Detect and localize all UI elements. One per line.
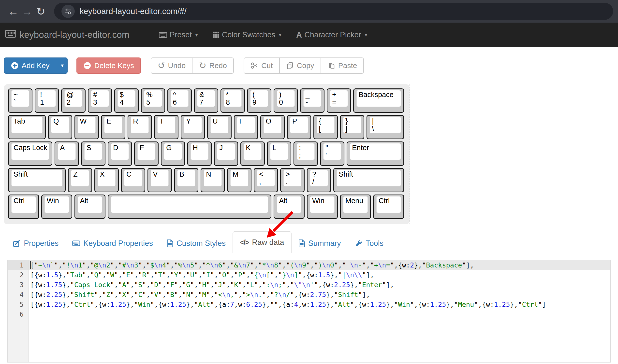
key-o[interactable]: O [260, 115, 285, 139]
key-a[interactable]: A [55, 141, 79, 166]
tab-custom-styles[interactable]: Custom Styles [160, 239, 233, 248]
key-#[interactable]: #3 [88, 88, 112, 113]
key-![interactable]: !1 [35, 88, 59, 113]
caret-down-icon: ▾ [365, 32, 367, 38]
key-w[interactable]: W [74, 115, 99, 139]
key-*[interactable]: *8 [221, 88, 245, 113]
copy-button[interactable]: Copy [279, 57, 321, 74]
key-top-legend: : [299, 144, 301, 152]
key-k[interactable]: K [240, 141, 265, 166]
browser-back-button[interactable]: ← [6, 5, 20, 17]
tab-label: Tools [366, 239, 383, 248]
keycap-surface: I [237, 117, 255, 133]
undo-button[interactable]: ↺ Undo [151, 57, 192, 74]
key-n[interactable]: N [201, 168, 225, 192]
key-space[interactable] [108, 195, 271, 219]
key-backspace[interactable]: Backspace [353, 88, 404, 113]
key-$[interactable]: $4 [114, 88, 139, 113]
key-d[interactable]: D [108, 141, 132, 166]
key-ctrl[interactable]: Ctrl [373, 195, 404, 219]
key-+[interactable]: += [327, 88, 351, 113]
key-shift[interactable]: Shift [8, 168, 66, 192]
key-m[interactable]: M [227, 168, 251, 192]
key-e[interactable]: E [101, 115, 125, 139]
key-tab[interactable]: Tab [8, 115, 46, 139]
key-q[interactable]: Q [48, 115, 72, 139]
key-y[interactable]: Y [181, 115, 205, 139]
raw-data-editor[interactable]: 1["~\n`","!\n1","@\n2","#\n3","$\n4","%\… [7, 260, 611, 363]
key-_[interactable]: _- [300, 88, 324, 113]
key-@[interactable]: @2 [61, 88, 86, 113]
key-?[interactable]: ?/ [307, 168, 331, 192]
tab-raw-data[interactable]: </>Raw data [233, 231, 292, 253]
key-%[interactable]: %5 [141, 88, 165, 113]
key-shift[interactable]: Shift [333, 168, 404, 192]
key-enter[interactable]: Enter [347, 141, 404, 166]
key-:[interactable]: :; [294, 141, 318, 166]
key-&[interactable]: &7 [194, 88, 218, 113]
navbar-menu-color-swatches[interactable]: Color Swatches▾ [205, 23, 289, 47]
key-p[interactable]: P [287, 115, 311, 139]
address-bar[interactable]: keyboard-layout-editor.com/#/ [54, 3, 613, 20]
key-win[interactable]: Win [41, 195, 72, 219]
key->[interactable]: >. [280, 168, 305, 192]
key-<[interactable]: <, [254, 168, 278, 192]
key-h[interactable]: H [187, 141, 212, 166]
key-([interactable]: (9 [247, 88, 271, 113]
key-}[interactable]: }] [340, 115, 364, 139]
key-r[interactable]: R [128, 115, 152, 139]
paste-button[interactable]: Paste [321, 57, 364, 74]
keycap-surface: <, [257, 170, 275, 186]
key-"[interactable]: "' [320, 141, 344, 166]
key-bottom-legend: ' [325, 151, 327, 159]
stage-resize-divider[interactable] [0, 226, 618, 226]
navbar-menu-preset[interactable]: Preset▾ [151, 23, 205, 47]
add-key-dropdown-button[interactable]: ▾ [56, 57, 68, 74]
cut-button[interactable]: Cut [244, 57, 280, 74]
key-g[interactable]: G [161, 141, 185, 166]
key-s[interactable]: S [81, 141, 105, 166]
key-u[interactable]: U [207, 115, 232, 139]
key-j[interactable]: J [214, 141, 238, 166]
key-x[interactable]: X [94, 168, 119, 192]
delete-keys-button[interactable]: Delete Keys [76, 57, 141, 74]
redo-button[interactable]: ↻ Redo [192, 57, 234, 74]
tab-tools[interactable]: Tools [348, 239, 390, 248]
tab-keyboard-properties[interactable]: Keyboard Properties [65, 239, 160, 248]
key-t[interactable]: T [154, 115, 178, 139]
browser-reload-button[interactable]: ↻ [34, 5, 48, 18]
site-settings-icon[interactable] [61, 5, 75, 18]
keycap-surface: Alt [277, 196, 301, 213]
key-menu[interactable]: Menu [340, 195, 371, 219]
keyboard-panel[interactable]: ~`!1@2#3$4%5^6&7*8(9)0_-+=BackspaceTabQW… [4, 84, 410, 224]
key-f[interactable]: F [134, 141, 159, 166]
key-l[interactable]: L [267, 141, 291, 166]
keycap-surface: )0 [277, 90, 295, 107]
key-win[interactable]: Win [307, 195, 338, 219]
key-v[interactable]: V [147, 168, 172, 192]
key-caps-lock[interactable]: Caps Lock [8, 141, 52, 166]
key-{[interactable]: {[ [313, 115, 338, 139]
keycap-surface: #3 [91, 90, 109, 107]
key-i[interactable]: I [234, 115, 258, 139]
brand-link[interactable]: keyboard-layout-editor.com [5, 30, 129, 40]
navbar-menu-character-picker[interactable]: ACharacter Picker▾ [289, 23, 375, 47]
tab-label: Raw data [252, 238, 284, 247]
tab-summary[interactable]: Summary [292, 239, 348, 248]
key-alt[interactable]: Alt [274, 195, 305, 219]
browser-forward-button[interactable]: → [20, 5, 34, 17]
key-c[interactable]: C [121, 168, 145, 192]
keycap-surface: T [157, 117, 175, 133]
key-)[interactable]: )0 [274, 88, 298, 113]
key-|[interactable]: |\ [367, 115, 404, 139]
key-ctrl[interactable]: Ctrl [8, 195, 39, 219]
key-b[interactable]: B [174, 168, 198, 192]
key-z[interactable]: Z [68, 168, 92, 192]
key-top-legend: ) [279, 91, 281, 99]
key-~[interactable]: ~` [8, 88, 32, 113]
key-^[interactable]: ^6 [167, 88, 192, 113]
key-alt[interactable]: Alt [74, 195, 105, 219]
add-key-button[interactable]: Add Key [4, 57, 56, 74]
key-top-legend: > [286, 170, 290, 178]
tab-properties[interactable]: Properties [6, 239, 65, 248]
